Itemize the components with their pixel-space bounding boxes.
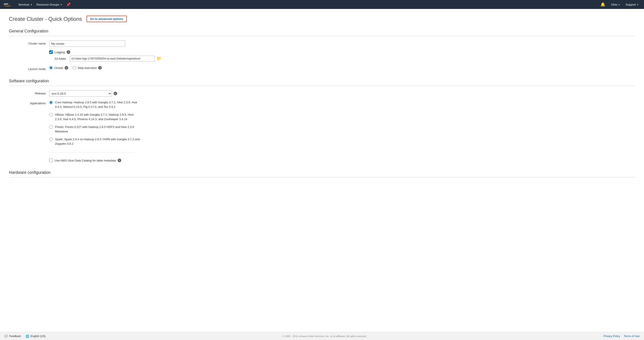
logging-spacer xyxy=(9,50,49,52)
page-title: Create Cluster - Quick Options xyxy=(9,16,82,22)
feedback-label: Feedback xyxy=(9,335,21,338)
support-chevron: ▾ xyxy=(637,3,638,6)
region-label: Ohio xyxy=(611,3,617,6)
app-option-text-1: Core Hadoop: Hadoop 2.8.5 with Ganglia 3… xyxy=(55,100,140,109)
app-radio-4[interactable] xyxy=(49,138,53,141)
s3-folder-label: S3 folder xyxy=(54,57,66,60)
general-configuration-section: General Configuration Cluster name Loggi… xyxy=(9,29,635,71)
applications-control: Core Hadoop: Hadoop 2.8.5 with Ganglia 3… xyxy=(49,100,635,162)
release-control: emr-5.28.0 i xyxy=(49,90,635,97)
cluster-name-input[interactable] xyxy=(49,40,125,47)
app-divider xyxy=(49,152,134,152)
glue-info-icon[interactable]: i xyxy=(118,158,121,162)
resource-groups-chevron: ▾ xyxy=(60,3,62,6)
launch-mode-control: Cluster i Step execution i xyxy=(49,66,635,70)
launch-mode-radio-group: Cluster i Step execution i xyxy=(49,66,635,70)
glue-checkbox[interactable] xyxy=(49,158,53,162)
step-execution-radio-option[interactable]: Step execution i xyxy=(73,66,102,70)
release-select-wrapper: emr-5.28.0 i xyxy=(49,90,635,97)
app-options-group: Core Hadoop: Hadoop 2.8.5 with Ganglia 3… xyxy=(49,100,635,162)
hardware-config-title: Hardware configuration xyxy=(9,170,635,178)
logging-checkbox[interactable] xyxy=(49,50,53,54)
language-label: English (US) xyxy=(31,335,46,338)
pin-icon-button[interactable]: 📌 xyxy=(64,0,73,9)
release-label: Release xyxy=(9,90,49,95)
resource-groups-label: Resource Groups xyxy=(36,3,59,6)
app-radio-1[interactable] xyxy=(49,101,53,104)
page-header: Create Cluster - Quick Options Go to adv… xyxy=(9,16,635,22)
app-option-text-4: Spark: Spark 2.4.4 on Hadoop 2.8.5 YARN … xyxy=(55,137,140,146)
launch-mode-row: Launch mode Cluster i Step execution i xyxy=(9,66,635,71)
hardware-configuration-section: Hardware configuration xyxy=(9,170,635,178)
app-option-text-3: Presto: Presto 0.227 with Hadoop 2.8.5 H… xyxy=(55,125,140,134)
software-configuration-section: Software configuration Release emr-5.28.… xyxy=(9,79,635,162)
app-option-3: Presto: Presto 0.227 with Hadoop 2.8.5 H… xyxy=(49,125,635,134)
logging-checkbox-row: Logging i xyxy=(49,50,635,54)
folder-browse-icon[interactable]: 📁 xyxy=(156,56,162,61)
support-label: Support xyxy=(626,3,636,6)
region-selector[interactable]: Ohio ▾ xyxy=(609,3,622,6)
copyright-text: © 2008 - 2019, Amazon Web Services, Inc.… xyxy=(46,335,604,338)
s3-folder-input[interactable] xyxy=(70,56,155,62)
app-radio-2[interactable] xyxy=(49,113,53,116)
aws-logo[interactable]: aws xyxy=(4,2,12,7)
step-execution-radio-label: Step execution xyxy=(78,66,97,70)
nav-right: 🔔 Ohio ▾ Support ▾ xyxy=(598,2,640,7)
svg-text:aws: aws xyxy=(4,2,8,5)
services-chevron: ▾ xyxy=(31,3,32,6)
logging-row: Logging i S3 folder 📁 xyxy=(9,50,635,62)
cluster-name-label: Cluster name xyxy=(9,40,49,45)
release-select[interactable]: emr-5.28.0 xyxy=(49,90,112,97)
applications-label: Applications xyxy=(9,100,49,105)
app-option-2: HBase: HBase 1.4.10 with Ganglia 3.7.2, … xyxy=(49,112,635,121)
cluster-radio-label: Cluster xyxy=(54,66,63,70)
footer-right: Privacy Policy Terms of Use xyxy=(604,335,640,338)
cluster-radio[interactable] xyxy=(49,66,53,70)
release-info-icon[interactable]: i xyxy=(114,92,117,95)
language-selector[interactable]: 🌐 English (US) xyxy=(26,334,46,338)
s3-folder-row: S3 folder 📁 xyxy=(54,56,635,62)
app-option-4: Spark: Spark 2.4.4 on Hadoop 2.8.5 YARN … xyxy=(49,137,635,146)
app-option-1: Core Hadoop: Hadoop 2.8.5 with Ganglia 3… xyxy=(49,100,635,109)
logging-label[interactable]: Logging xyxy=(54,50,65,54)
cluster-radio-option[interactable]: Cluster i xyxy=(49,66,68,70)
step-execution-radio[interactable] xyxy=(73,66,76,70)
region-chevron: ▾ xyxy=(618,3,620,6)
cluster-name-control xyxy=(49,40,635,47)
applications-row: Applications Core Hadoop: Hadoop 2.8.5 w… xyxy=(9,100,635,162)
app-radio-3[interactable] xyxy=(49,125,53,129)
globe-icon: 🌐 xyxy=(26,334,29,338)
general-config-title: General Configuration xyxy=(9,29,635,36)
feedback-button[interactable]: 💬 Feedback xyxy=(4,335,21,338)
resource-groups-menu[interactable]: Resource Groups ▾ xyxy=(34,0,64,9)
cluster-info-icon[interactable]: i xyxy=(64,66,68,70)
app-option-text-2: HBase: HBase 1.4.10 with Ganglia 3.7.2, … xyxy=(55,112,140,121)
advanced-options-button[interactable]: Go to advanced options xyxy=(86,16,127,22)
notifications-bell[interactable]: 🔔 xyxy=(598,2,608,7)
main-content: Create Cluster - Quick Options Go to adv… xyxy=(0,9,644,332)
step-execution-info-icon[interactable]: i xyxy=(98,66,102,70)
software-config-title: Software configuration xyxy=(9,79,635,86)
glue-row: Use AWS Glue Data Catalog for table meta… xyxy=(49,158,635,162)
release-row: Release emr-5.28.0 i xyxy=(9,90,635,97)
glue-label[interactable]: Use AWS Glue Data Catalog for table meta… xyxy=(54,159,116,162)
services-label: Services xyxy=(18,3,30,6)
support-menu[interactable]: Support ▾ xyxy=(623,3,640,6)
footer: 💬 Feedback 🌐 English (US) © 2008 - 2019,… xyxy=(0,332,644,340)
top-navigation: aws Services ▾ Resource Groups ▾ 📌 🔔 Ohi… xyxy=(0,0,644,9)
terms-of-use-link[interactable]: Terms of Use xyxy=(624,335,640,338)
privacy-policy-link[interactable]: Privacy Policy xyxy=(604,335,620,338)
footer-left: 💬 Feedback 🌐 English (US) xyxy=(4,334,46,338)
services-menu[interactable]: Services ▾ xyxy=(16,0,34,9)
launch-mode-label: Launch mode xyxy=(9,66,49,71)
logging-info-icon[interactable]: i xyxy=(67,50,70,54)
speech-bubble-icon: 💬 xyxy=(4,335,8,338)
cluster-name-row: Cluster name xyxy=(9,40,635,47)
logging-control: Logging i S3 folder 📁 xyxy=(49,50,635,62)
